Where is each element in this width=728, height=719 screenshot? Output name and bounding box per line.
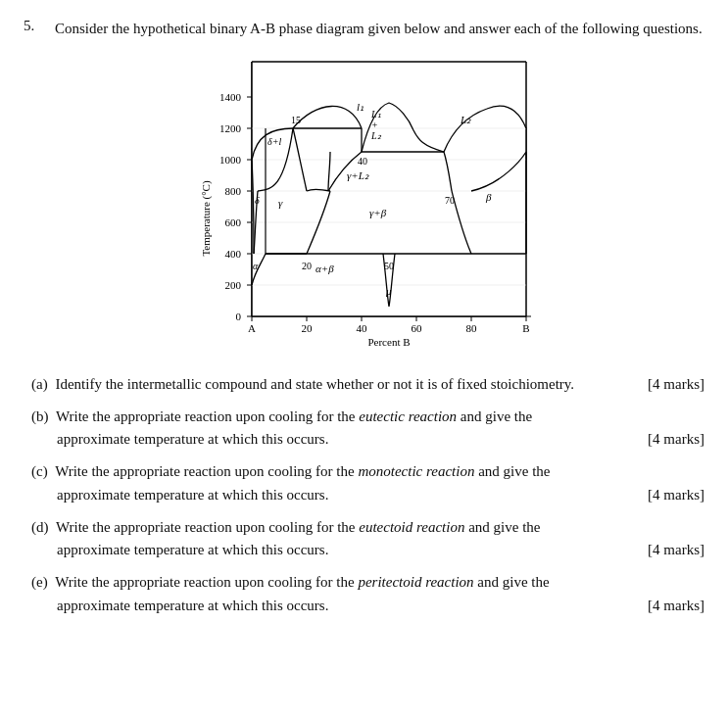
svg-text:+: +	[371, 120, 378, 130]
sub-label-e: (e)	[31, 574, 48, 590]
sub-text-d-before: Write the appropriate reaction upon cool…	[56, 519, 356, 535]
sub-text-a: Identify the intermetallic compound and …	[55, 376, 574, 392]
svg-text:1200: 1200	[219, 122, 242, 134]
subquestion-d: (d) Write the appropriate reaction upon …	[31, 516, 704, 562]
subquestion-e: (e) Write the appropriate reaction upon …	[31, 571, 704, 617]
svg-text:800: 800	[224, 185, 241, 197]
svg-text:70: 70	[445, 195, 455, 206]
subquestion-b: (b) Write the appropriate reaction upon …	[31, 406, 704, 452]
phase-diagram-svg: 0 200 400 600 800 1000 1200 1400	[198, 52, 560, 356]
subquestion-c: (c) Write the appropriate reaction upon …	[31, 460, 704, 506]
svg-text:α+β: α+β	[315, 263, 334, 274]
reaction-type-b: eutectic reaction	[359, 408, 457, 424]
svg-text:40: 40	[358, 156, 367, 167]
svg-text:400: 400	[224, 248, 241, 260]
svg-text:L₂: L₂	[370, 130, 382, 141]
svg-text:l₁: l₁	[357, 101, 364, 113]
svg-text:200: 200	[224, 279, 241, 291]
phase-diagram: 0 200 400 600 800 1000 1200 1400	[198, 52, 560, 360]
sub-label-d: (d)	[31, 519, 49, 535]
svg-text:δ+l: δ+l	[267, 136, 281, 147]
question-text: Consider the hypothetical binary A-B pha…	[55, 18, 703, 40]
svg-text:γ+L₂: γ+L₂	[347, 169, 369, 181]
question-number: 5.	[24, 18, 45, 40]
svg-text:60: 60	[411, 322, 422, 334]
reaction-type-e: peritectoid reaction	[358, 574, 473, 590]
reaction-type-d: eutectoid reaction	[359, 519, 464, 535]
question-header: 5. Consider the hypothetical binary A-B …	[24, 18, 704, 40]
marks-b: [4 marks]	[640, 428, 704, 451]
sub-text-b-before: Write the appropriate reaction upon cool…	[56, 408, 356, 424]
svg-text:40: 40	[356, 322, 367, 334]
sub-label-c: (c)	[31, 463, 48, 479]
marks-d: [4 marks]	[640, 539, 704, 561]
marks-c: [4 marks]	[640, 484, 704, 506]
marks-e: [4 marks]	[640, 595, 704, 617]
svg-rect-40	[252, 62, 526, 316]
svg-text:A: A	[248, 322, 256, 334]
svg-text:μ: μ	[385, 285, 392, 297]
svg-text:β: β	[485, 191, 492, 203]
subquestion-a: (a) Identify the intermetallic compound …	[31, 373, 704, 396]
diagram-container: 0 200 400 600 800 1000 1200 1400	[53, 52, 704, 360]
svg-text:B: B	[522, 322, 529, 334]
sub-label-a: (a)	[31, 376, 48, 392]
svg-text:20: 20	[301, 322, 313, 334]
svg-text:γ: γ	[278, 197, 283, 209]
svg-text:600: 600	[224, 216, 241, 228]
svg-text:50: 50	[384, 261, 394, 271]
sub-text-e-before: Write the appropriate reaction upon cool…	[55, 574, 355, 590]
svg-text:L₂: L₂	[460, 114, 471, 125]
sub-text-c-before: Write the appropriate reaction upon cool…	[55, 463, 355, 479]
svg-text:80: 80	[465, 322, 477, 334]
svg-text:δ: δ	[255, 195, 260, 206]
svg-text:α: α	[253, 261, 259, 271]
sub-label-b: (b)	[31, 408, 49, 424]
svg-text:0: 0	[235, 311, 241, 322]
marks-a: [4 marks]	[640, 373, 704, 396]
svg-text:1000: 1000	[219, 154, 242, 166]
svg-text:20: 20	[302, 261, 312, 271]
svg-text:γ+β: γ+β	[369, 207, 387, 218]
svg-text:1400: 1400	[219, 91, 242, 103]
reaction-type-c: monotectic reaction	[358, 463, 474, 479]
svg-text:15: 15	[291, 115, 301, 125]
svg-text:Percent B: Percent B	[367, 336, 410, 348]
svg-text:Temperature (°C): Temperature (°C)	[200, 180, 213, 257]
svg-text:L₁: L₁	[370, 109, 381, 120]
